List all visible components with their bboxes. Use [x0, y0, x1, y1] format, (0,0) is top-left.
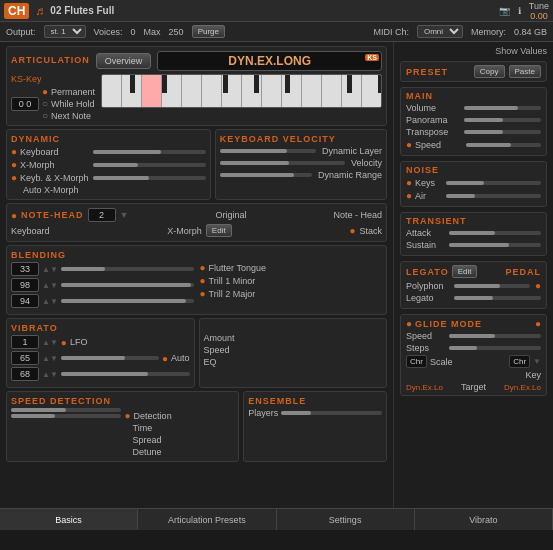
spread-label: Spread — [125, 435, 235, 445]
purge-button[interactable]: Purge — [192, 25, 225, 38]
tab-basics[interactable]: Basics — [0, 509, 138, 530]
vibrato-val1: 1 — [11, 335, 39, 349]
auto-label: Auto — [171, 353, 190, 363]
legato-section: LEGATO Edit PEDAL Polyphon ● Legato — [400, 261, 547, 309]
voices-label: Voices: — [94, 27, 123, 37]
note-head-section: ● NOTE-HEAD 2 ▼ Original Note - Head Key… — [6, 203, 387, 242]
legato-header: LEGATO — [406, 267, 449, 277]
glide-speed-row: Speed — [406, 331, 541, 341]
transpose-row: Transpose — [406, 127, 541, 137]
info-icon[interactable]: ℹ — [518, 6, 521, 16]
detection-label: Detection — [134, 411, 172, 421]
ks-badge: KS — [365, 54, 379, 61]
preset-header: PRESET — [406, 67, 448, 77]
pedal-header: PEDAL — [505, 267, 541, 277]
amount-label: Amount — [204, 333, 383, 343]
vibrato-speed-ensemble-row: VIBRATO 1 ▲▼ ● LFO 65 ▲▼ ● Auto 68 ▲▼ — [6, 318, 387, 388]
logo: CH — [4, 3, 29, 19]
target-label: Target — [446, 382, 501, 392]
detune-label: Detune — [125, 447, 235, 457]
noise-header: NOISE — [406, 165, 541, 175]
trill2-label: Trill 2 Major — [209, 289, 256, 299]
glide-section: ● GLIDE MODE ● Speed Steps Chr Scale Chr… — [400, 314, 547, 396]
show-values-button[interactable]: Show Values — [400, 46, 547, 56]
noise-section: NOISE ● Keys ● Air — [400, 161, 547, 207]
nh-xmorph-label: X-Morph — [167, 226, 202, 236]
bottom-tabs: Basics Articulation Presets Settings Vib… — [0, 508, 553, 530]
instrument-name: 02 Flutes Full — [50, 5, 492, 16]
key-label: Key — [406, 370, 541, 380]
blending-row3: 94 ▲▼ — [11, 294, 194, 308]
attack-row: Attack — [406, 228, 541, 238]
speed-detection-header: Speed Detection — [11, 396, 234, 406]
memory-value: 0.84 GB — [514, 27, 547, 37]
right-panel: Show Values PRESET Copy Paste MAIN Volum… — [393, 42, 553, 508]
panorama-row: Panorama — [406, 115, 541, 125]
overview-button[interactable]: Overview — [96, 53, 152, 69]
nh-edit-button[interactable]: Edit — [206, 224, 232, 237]
keys-row: ● Keys — [406, 177, 541, 188]
max-label: Max — [144, 27, 161, 37]
air-row: ● Air — [406, 190, 541, 201]
eq-label: EQ — [204, 357, 383, 367]
speed-row: ● Speed — [406, 139, 541, 150]
copy-button[interactable]: Copy — [474, 65, 505, 78]
blending-header: BLENDING — [11, 250, 194, 260]
left-panel: ARTICULATION Overview DYN.EX.LONG KS KS-… — [0, 42, 393, 508]
output-select[interactable]: st. 1 — [44, 25, 86, 38]
memory-label: Memory: — [471, 27, 506, 37]
blending-row1: 33 ▲▼ — [11, 262, 194, 276]
ensemble-header: ENSEMBLE — [248, 396, 382, 406]
while-hold-option[interactable]: ○While Hold — [42, 98, 95, 109]
flutter-tongue-label: Flutter Tongue — [209, 263, 266, 273]
blending-val3: 94 — [11, 294, 39, 308]
lfo-label: LFO — [70, 337, 88, 347]
dynamic-velocity-row: DYNAMIC ● Keyboard ● X-Morph ● Keyb. & X… — [6, 129, 387, 200]
dyn-ex-lo2-label: Dyn.Ex.Lo — [504, 383, 541, 392]
transient-section: TRANSIENT Attack Sustain — [400, 212, 547, 256]
main-header: MAIN — [406, 91, 541, 101]
tab-settings[interactable]: Settings — [277, 509, 415, 530]
midi-label: MIDI Ch: — [373, 27, 409, 37]
articulation-section: ARTICULATION Overview DYN.EX.LONG KS KS-… — [6, 46, 387, 126]
permanent-option[interactable]: ●Permanent — [42, 86, 95, 97]
steps-row: Steps — [406, 343, 541, 353]
legato-row: Legato — [406, 293, 541, 303]
chr2-label: Chr — [509, 355, 530, 368]
dynamic-range-row: Dynamic Range — [220, 170, 382, 180]
main-section: MAIN Volume Panorama Transpose ● Speed — [400, 87, 547, 156]
paste-button[interactable]: Paste — [509, 65, 541, 78]
midi-select[interactable]: Omni — [417, 25, 463, 38]
tab-articulation-presets[interactable]: Articulation Presets — [138, 509, 276, 530]
tab-vibrato[interactable]: Vibrato — [415, 509, 553, 530]
keyboard-slider-row: ● Keyboard — [11, 146, 206, 157]
scale-label: Scale — [430, 357, 506, 367]
chr-scale-row: Chr Scale Chr ▼ — [406, 355, 541, 368]
keyboard-velocity-header: Keyboard Velocity — [220, 134, 382, 144]
instrument-icon: ♬ — [35, 4, 44, 18]
speed-ensemble-row: Speed Detection ● Detection Time Spread … — [6, 391, 387, 462]
tune-section: Tune 0.00 — [529, 1, 549, 21]
dyn-ex-lo-label: Dyn.Ex.Lo — [406, 383, 443, 392]
dynamic-header: DYNAMIC — [11, 134, 206, 144]
sustain-row: Sustain — [406, 240, 541, 250]
next-note-option[interactable]: ○Next Note — [42, 110, 95, 121]
articulation-header: ARTICULATION — [11, 55, 90, 65]
trill1-label: Trill 1 Minor — [209, 276, 256, 286]
target-row: Dyn.Ex.Lo Target Dyn.Ex.Lo — [406, 382, 541, 392]
camera-icon[interactable]: 📷 — [499, 6, 510, 16]
blending-val2: 98 — [11, 278, 39, 292]
vibrato-val3: 68 — [11, 367, 39, 381]
time-label: Time — [125, 423, 235, 433]
chr-label: Chr — [406, 355, 427, 368]
note-head-label: Note - Head — [333, 210, 382, 220]
velocity-row: Velocity — [220, 158, 382, 168]
xmorph-slider-row: ● X-Morph — [11, 159, 206, 170]
keyb-xmorph-slider-row: ● Keyb. & X-Morph — [11, 172, 206, 183]
legato-edit-button[interactable]: Edit — [452, 265, 478, 278]
polyphon-row: Polyphon ● — [406, 280, 541, 291]
blending-row2: 98 ▲▼ — [11, 278, 194, 292]
auto-xmorph-label: Auto X-Morph — [11, 185, 206, 195]
volume-row: Volume — [406, 103, 541, 113]
vibrato-header: VIBRATO — [11, 323, 190, 333]
